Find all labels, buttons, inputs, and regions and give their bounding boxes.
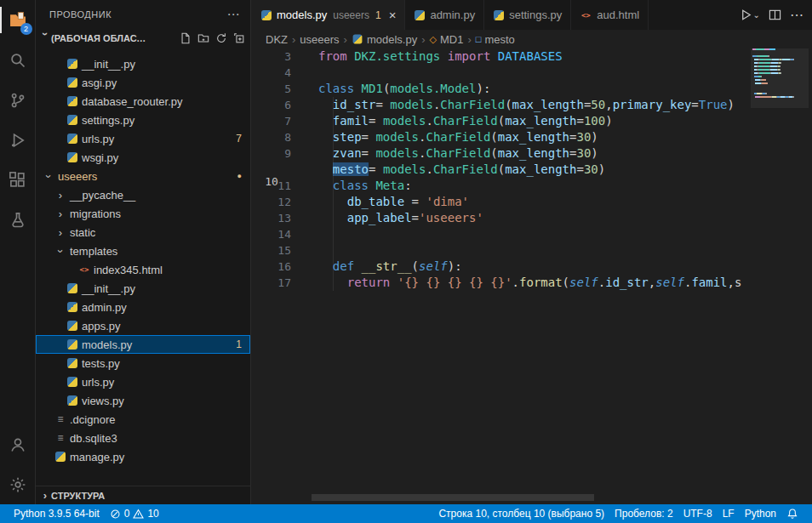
problems-status[interactable]: 0 10 [105,508,164,520]
account-icon[interactable] [0,424,36,464]
workspace-section-header[interactable]: › (РАБОЧАЯ ОБЛАСТЬ) ... [36,29,250,48]
encoding-status[interactable]: UTF-8 [678,508,718,520]
run-debug-icon[interactable] [0,120,36,160]
chevron-down-icon[interactable]: ⌄ [753,10,760,20]
eol-status[interactable]: LF [718,508,740,520]
settings-icon[interactable] [0,464,36,504]
code-line-4[interactable]: 4 [252,65,747,81]
item-label: manage.py [70,451,124,463]
code-line-9[interactable]: 9 zvan= models.CharField(max_length=30) [252,145,747,162]
tree-item-admin.py[interactable]: admin.py [36,298,250,316]
tree-item-urls.py[interactable]: urls.py [36,372,250,391]
tree-item-manage.py[interactable]: manage.py [36,447,250,466]
tree-folder-__pycache__[interactable]: ›__pycache__ [36,185,250,204]
breadcrumbs: DKZ›useeers›models.py›◇MD1›□mesto [252,30,812,48]
code-line-12[interactable]: 12 db_table = 'dima' [252,194,747,210]
tree-folder-useeers[interactable]: ›useeers● [36,167,250,185]
run-button[interactable]: ⌄ [740,9,760,21]
outline-title: СТРУКТУРА [51,491,105,501]
status-bar: Python 3.9.5 64-bit 0 10 Строка 10, стол… [0,504,812,523]
source-control-icon[interactable] [0,80,36,120]
problems-badge: 1 [236,338,242,350]
python-interpreter[interactable]: Python 3.9.5 64-bit [9,508,105,520]
breadcrumb-models.py[interactable]: models.py [352,33,417,46]
refresh-icon[interactable] [215,32,227,44]
code-line-7[interactable]: 7 famil= models.CharField(max_length=100… [252,113,747,129]
item-label: asgi.py [82,77,117,89]
python-file-icon [415,10,425,20]
python-file-icon [67,377,77,387]
code-line-5[interactable]: 5class MD1(models.Model): [252,81,747,97]
explorer-icon[interactable]: 2 [0,0,36,40]
tree-item-__init__.py[interactable]: __init__.py [36,54,250,73]
sidebar-header: ПРОВОДНИК ⋯ [36,0,250,29]
testing-icon[interactable] [0,200,36,240]
split-editor-icon[interactable] [769,9,781,21]
tree-item-__init__.py[interactable]: __init__.py [36,279,250,298]
language-mode[interactable]: Python [740,508,781,520]
tree-item-asgi.py[interactable]: asgi.py [36,73,250,92]
breadcrumb-useeers[interactable]: useeers [300,33,339,46]
item-label: __pycache__ [70,189,135,202]
horizontal-scrollbar[interactable] [312,494,594,501]
tree-folder-migrations[interactable]: ›migrations [36,204,250,223]
code-line-6[interactable]: 6 id_str= models.CharField(max_length=50… [252,97,747,113]
code-line-8[interactable]: 8 step= models.CharField(max_length=30) [252,129,747,145]
tree-item-models.py[interactable]: models.py1 [36,335,250,354]
tab-aud.html[interactable]: <>aud.html [571,0,649,30]
python-file-icon [55,452,66,462]
breadcrumb-DKZ[interactable]: DKZ [266,33,288,46]
more-actions-icon[interactable]: ⋯ [790,7,803,23]
tree-item-urls.py[interactable]: urls.py7 [36,129,250,148]
explorer-sidebar: ПРОВОДНИК ⋯ › (РАБОЧАЯ ОБЛАСТЬ) ... __in… [36,0,251,504]
code-lines: 3from DKZ.settings import DATABASES45cla… [252,48,747,291]
python-file-icon [67,59,77,69]
new-folder-icon[interactable] [197,32,209,44]
tree-item-.dcignore[interactable]: ≡.dcignore [36,410,250,429]
tree-item-apps.py[interactable]: apps.py [36,316,250,335]
line-number: 5 [252,81,291,97]
search-icon[interactable] [0,40,36,80]
indentation-status[interactable]: Пробелов: 2 [609,508,678,520]
tree-folder-static[interactable]: ›static [36,223,250,242]
warning-icon [133,509,144,520]
code-line-16[interactable]: 16 def __str__(self): [252,259,747,275]
tree-item-settings.py[interactable]: settings.py [36,111,250,129]
list-file-icon: ≡ [54,433,66,444]
extensions-icon[interactable] [0,160,36,200]
tree-item-tests.py[interactable]: tests.py [36,354,250,372]
tab-settings.py[interactable]: settings.py [484,0,571,30]
tree-item-wsgi.py[interactable]: wsgi.py [36,148,250,167]
code-line-14[interactable]: 14 [252,226,747,242]
code-line-11[interactable]: 11 class Meta: [252,178,747,194]
tab-admin.py[interactable]: admin.py [405,0,484,30]
tree-item-db.sqlite3[interactable]: ≡db.sqlite3 [36,429,250,447]
python-file-icon [67,358,77,368]
code-line-15[interactable]: 15 [252,242,747,259]
tree-folder-templates[interactable]: ›templates [36,242,250,260]
breadcrumb-MD1[interactable]: ◇MD1 [430,33,464,46]
breadcrumb-mesto[interactable]: □mesto [476,33,515,46]
code-line-17[interactable]: 17 return '{} {} {} {} {}'.format(self.i… [252,275,747,291]
code-line-10[interactable]: 10 mesto= models.CharField(max_length=30… [252,162,747,178]
minimap-slider[interactable] [751,48,809,108]
tree-item-views.py[interactable]: views.py [36,391,250,410]
more-actions-icon[interactable]: ⋯ [227,7,241,22]
cursor-position[interactable]: Строка 10, столбец 10 (выбрано 5) [433,508,609,520]
tree-item-index345.html[interactable]: <>index345.html [36,260,250,279]
code-line-3[interactable]: 3from DKZ.settings import DATABASES [252,48,747,65]
tab-models.py[interactable]: models.pyuseeers1× [252,0,405,30]
new-file-icon[interactable] [180,32,192,44]
notifications-bell[interactable] [781,508,803,520]
minimap[interactable] [752,48,807,492]
collapse-folders-icon[interactable] [233,32,245,44]
line-number: 15 [252,242,291,259]
tree-item-database_roouter.py[interactable]: database_roouter.py [36,92,250,111]
close-icon[interactable]: × [389,8,397,22]
item-label: index345.html [94,264,163,276]
python-file-icon [353,35,363,44]
editor-group: models.pyuseeers1×admin.pysettings.py<>a… [252,0,812,504]
outline-section-header[interactable]: › СТРУКТУРА [36,486,250,504]
code-editor[interactable]: 3from DKZ.settings import DATABASES45cla… [252,48,747,492]
code-line-13[interactable]: 13 app_label='useeers' [252,210,747,226]
